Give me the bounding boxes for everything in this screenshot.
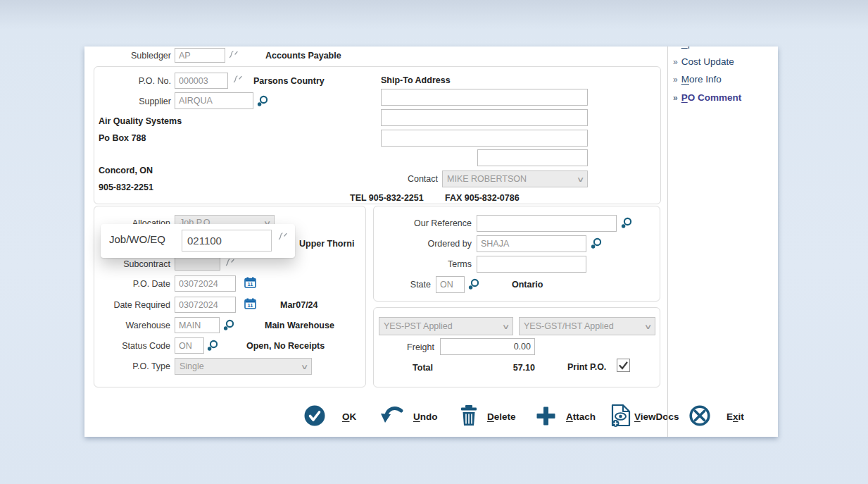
view-docs-icon xyxy=(610,404,632,428)
sidebar-divider xyxy=(667,46,668,437)
supplier-name-text: Air Quality Systems xyxy=(99,114,182,128)
freight-input[interactable]: 0.00 xyxy=(440,338,535,355)
supplier-label: Supplier xyxy=(113,94,171,108)
ordered-by-input[interactable]: SHAJA xyxy=(477,235,586,252)
trash-icon xyxy=(460,404,478,427)
state-label: State xyxy=(387,278,431,292)
our-reference-label: Our Reference xyxy=(387,216,472,230)
exit-button[interactable] xyxy=(689,405,710,426)
ordered-by-lookup-icon[interactable] xyxy=(591,237,603,249)
subledger-label: Subledger xyxy=(113,49,171,63)
po-type-select[interactable]: Single∨ xyxy=(175,358,312,375)
total-label: Total xyxy=(389,361,433,375)
state-input[interactable]: ON xyxy=(436,276,465,293)
po-date-calendar-icon[interactable] xyxy=(244,277,256,288)
warehouse-input[interactable]: MAIN xyxy=(175,317,220,333)
freight-label: Freight xyxy=(387,340,434,354)
chevron-right-icon: » xyxy=(673,46,678,49)
date-required-calendar-icon[interactable] xyxy=(244,298,256,309)
gst-select[interactable]: YES-GST/HST Applied∨ xyxy=(519,317,655,335)
job-description: Upper Thorni xyxy=(299,237,354,251)
status-code-label: Status Code xyxy=(106,339,170,353)
job-wo-eq-label: Job/WO/EQ xyxy=(109,233,165,245)
exit-button-label[interactable]: Exit xyxy=(727,409,744,425)
subledger-drilldown-icon[interactable] xyxy=(227,49,239,61)
po-no-description: Parsons Country xyxy=(253,74,325,88)
delete-button-label[interactable]: Delete xyxy=(487,409,516,425)
contact-select[interactable]: MIKE ROBERTSON∨ xyxy=(442,170,588,187)
our-reference-lookup-icon[interactable] xyxy=(621,216,634,229)
chevron-down-icon: ∨ xyxy=(501,323,510,330)
ship-to-label: Ship-To Address xyxy=(381,73,451,87)
sidebar-item-spares[interactable]: »Spares xyxy=(673,46,711,51)
job-drilldown-icon[interactable] xyxy=(276,230,289,243)
supplier-lookup-icon[interactable] xyxy=(257,94,270,107)
job-wo-eq-input[interactable]: 021100 xyxy=(182,230,272,252)
subcontract-input[interactable] xyxy=(175,256,220,271)
po-type-label: P.O. Type xyxy=(106,359,170,373)
subcontract-drilldown-icon[interactable] xyxy=(224,256,235,269)
status-description: Open, No Receipts xyxy=(246,339,325,353)
contact-label: Contact xyxy=(380,172,438,186)
ordered-by-label: Ordered by xyxy=(387,237,472,251)
po-no-input[interactable]: 000003 xyxy=(175,73,228,89)
undo-button-label[interactable]: Undo xyxy=(413,409,438,425)
date-required-label: Date Required xyxy=(100,298,170,312)
ship-to-line2-input[interactable] xyxy=(381,109,588,126)
ok-button-label[interactable]: OK xyxy=(342,409,356,425)
sidebar-item-po-comment[interactable]: »PO Comment xyxy=(673,90,741,106)
chevron-right-icon: » xyxy=(673,75,678,85)
po-entry-window: Subledger AP Accounts Payable P.O. No. 0… xyxy=(84,46,778,437)
chevron-down-icon: ∨ xyxy=(300,363,308,371)
ship-to-line1-input[interactable] xyxy=(381,89,588,106)
chevron-down-icon: ∨ xyxy=(576,175,584,183)
delete-button[interactable] xyxy=(460,404,478,427)
status-lookup-icon[interactable] xyxy=(207,339,220,352)
tel-text: TEL 905-832-2251 xyxy=(350,191,424,205)
supplier-input[interactable]: AIRQUA xyxy=(175,92,253,109)
terms-input[interactable] xyxy=(477,256,586,273)
po-no-label: P.O. No. xyxy=(113,74,171,88)
ship-to-line4-input[interactable] xyxy=(477,149,588,166)
undo-arrow-icon xyxy=(379,405,404,426)
date-required-input[interactable]: 03072024 xyxy=(175,297,236,313)
subcontract-label: Subcontract xyxy=(106,257,170,271)
warehouse-lookup-icon[interactable] xyxy=(223,318,236,331)
fax-text: FAX 905-832-0786 xyxy=(445,191,520,205)
circle-x-icon xyxy=(689,405,710,426)
chevron-down-icon: ∨ xyxy=(643,323,652,330)
supplier-phone-text: 905-832-2251 xyxy=(99,180,153,194)
viewdocs-button[interactable] xyxy=(610,404,632,428)
undo-button[interactable] xyxy=(379,405,404,426)
ok-check-icon xyxy=(304,405,325,426)
our-reference-input[interactable] xyxy=(477,215,617,232)
po-date-input[interactable]: 03072024 xyxy=(175,275,236,292)
print-po-label: Print P.O. xyxy=(567,360,606,374)
total-value: 57.10 xyxy=(465,361,535,375)
job-wo-eq-popup: Job/WO/EQ 021100 xyxy=(101,224,295,258)
print-po-checkbox[interactable] xyxy=(617,359,630,372)
status-code-input[interactable]: ON xyxy=(175,337,204,354)
terms-label: Terms xyxy=(387,257,472,271)
attach-button-label[interactable]: Attach xyxy=(566,409,596,425)
ok-button[interactable] xyxy=(304,405,325,426)
state-description: Ontario xyxy=(512,278,543,292)
plus-icon xyxy=(536,406,556,426)
ship-to-line3-input[interactable] xyxy=(381,130,588,147)
chevron-right-icon: » xyxy=(673,57,678,67)
sidebar-item-more-info[interactable]: »More Info xyxy=(673,72,722,87)
po-no-drilldown-icon[interactable] xyxy=(232,73,243,86)
state-lookup-icon[interactable] xyxy=(468,278,481,290)
checkmark-icon xyxy=(619,361,628,370)
warehouse-label: Warehouse xyxy=(106,318,170,333)
warehouse-description: Main Warehouse xyxy=(265,318,334,333)
pst-select[interactable]: YES-PST Applied∨ xyxy=(379,317,513,335)
viewdocs-button-label[interactable]: ViewDocs xyxy=(634,409,679,425)
subledger-description: Accounts Payable xyxy=(265,49,341,63)
po-date-label: P.O. Date xyxy=(106,277,170,291)
sidebar-item-cost-update[interactable]: »Cost Update xyxy=(673,54,734,70)
attach-button[interactable] xyxy=(536,406,556,426)
subledger-input[interactable]: AP xyxy=(175,48,225,63)
supplier-address-text: Po Box 788 xyxy=(99,131,146,145)
supplier-city-text: Concord, ON xyxy=(99,163,153,178)
